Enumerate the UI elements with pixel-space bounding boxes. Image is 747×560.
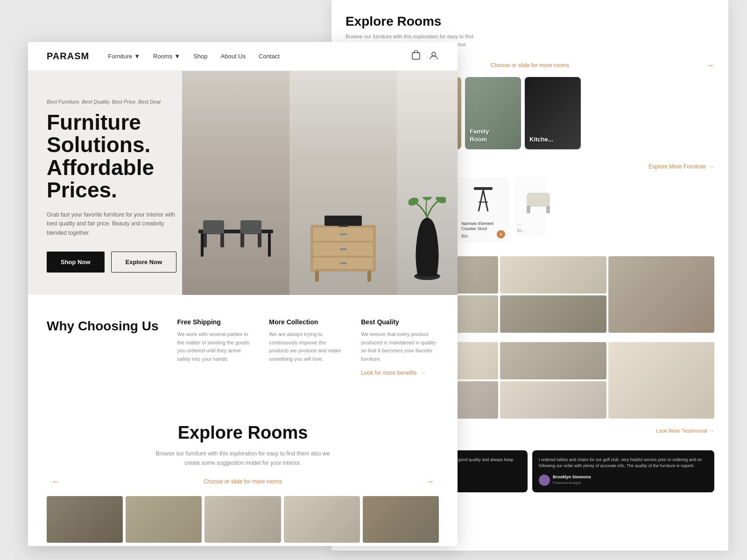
hero-description: Grab fast your favorite furniture for yo… xyxy=(47,210,177,238)
feature-title-0: Free Shipping xyxy=(177,318,255,326)
room-thumb-4[interactable] xyxy=(363,496,439,543)
mosaic-cell-8 xyxy=(608,342,714,419)
svg-rect-40 xyxy=(339,248,347,250)
bp-explore-title: Explore Rooms xyxy=(345,14,714,29)
look-more-arrow-icon: → xyxy=(421,370,426,376)
hero-image-dresser xyxy=(289,71,397,295)
explore-choose-text: Choose or slide for more rooms xyxy=(204,478,282,485)
room-thumb-1[interactable] xyxy=(126,496,202,543)
look-more-arrow-icon: → xyxy=(709,428,714,434)
svg-rect-42 xyxy=(315,271,319,282)
svg-point-48 xyxy=(435,197,446,205)
svg-rect-32 xyxy=(258,233,261,247)
reviewer-avatar-1 xyxy=(539,475,550,486)
look-more-text: Look More Testimonial xyxy=(656,428,707,434)
why-features: Free Shipping We work with several parti… xyxy=(177,318,439,376)
mosaic-cell-7 xyxy=(500,342,606,379)
svg-rect-24 xyxy=(412,53,420,59)
rooms-dropdown-icon: ▼ xyxy=(174,53,180,60)
bp-room-card-family[interactable]: FamilyRoom xyxy=(465,77,521,149)
explore-more-text: Explore More Furniture xyxy=(648,163,706,170)
feature-desc-0: We work with several parties in the matt… xyxy=(177,330,255,363)
feature-best-quality: Best Quality We ensure that every produc… xyxy=(361,318,439,376)
site-logo: PARASM xyxy=(47,51,89,62)
why-title: Why Choosing Us xyxy=(47,318,159,334)
room-thumb-3[interactable] xyxy=(284,496,360,543)
furniture-dropdown-icon: ▼ xyxy=(134,53,140,60)
svg-rect-17 xyxy=(474,187,493,190)
explore-rooms-title: Explore Rooms xyxy=(47,423,439,443)
feature-more-collection: More Collection We are always trying to … xyxy=(269,318,347,376)
nav-icons xyxy=(411,50,439,63)
svg-rect-41 xyxy=(339,262,347,264)
bp-reviewer-1: Brooklyn Simmons Financial Analyst xyxy=(539,474,708,486)
svg-rect-21 xyxy=(527,193,550,207)
feature-desc-2: We ensure that every product produced is… xyxy=(361,330,439,363)
mosaic-cell-5 xyxy=(500,295,606,333)
bp-look-more-link[interactable]: Look More Testimonial → xyxy=(656,428,714,434)
front-panel: PARASM Furniture ▼ Rooms ▼ Shop About Us… xyxy=(28,42,458,546)
product-img-stool xyxy=(462,181,504,218)
hero-text: Best Furniture. Best Quality. Best Price… xyxy=(28,71,229,295)
svg-rect-23 xyxy=(546,206,550,213)
room-thumbs-row xyxy=(47,496,439,543)
hero-image-vase xyxy=(397,71,458,295)
explore-rooms-section: Explore Rooms Browse our furniture with … xyxy=(28,399,458,546)
feature-desc-1: We are always trying to continuously imp… xyxy=(269,330,347,363)
svg-rect-22 xyxy=(527,206,530,213)
look-more-benefits-link[interactable]: Look for more benefits → xyxy=(361,370,439,376)
svg-rect-45 xyxy=(338,225,348,227)
nav-links: Furniture ▼ Rooms ▼ Shop About Us Contac… xyxy=(108,53,411,60)
feature-free-shipping: Free Shipping We work with several parti… xyxy=(177,318,255,376)
bp-testimonial-card-1: I ordered tables and chairs for our golf… xyxy=(532,450,714,493)
bp-room-label-kitchen: Kitche... xyxy=(529,136,553,144)
add-to-cart-btn-2[interactable]: + xyxy=(497,230,505,238)
svg-line-18 xyxy=(479,190,483,211)
hero-buttons: Shop Now Explore Now xyxy=(47,252,210,273)
hero-title: Furniture Solutions. Affordable Prices. xyxy=(47,111,210,201)
explore-rooms-subtitle: Browse our furniture with this explorati… xyxy=(149,449,336,467)
explore-more-arrow-icon: → xyxy=(709,163,714,170)
hero-tagline: Best Furniture. Best Quality. Best Price… xyxy=(47,99,210,105)
product-name-3: ... xyxy=(517,221,543,227)
reviewer-name-1: Brooklyn Simmons xyxy=(553,474,591,481)
bp-product-card-3[interactable]: ... $1... xyxy=(514,177,546,237)
shop-now-button[interactable]: Shop Now xyxy=(47,252,105,273)
nav-link-furniture[interactable]: Furniture ▼ xyxy=(108,53,140,60)
product-img-extra xyxy=(517,181,559,218)
room-thumb-2[interactable] xyxy=(204,496,281,543)
nav-link-rooms[interactable]: Rooms ▼ xyxy=(153,53,180,60)
mosaic-cell-2 xyxy=(500,256,606,294)
user-icon[interactable] xyxy=(429,50,439,63)
reviewer-role-1: Financial Analyst xyxy=(553,480,591,486)
nav-link-about[interactable]: About Us xyxy=(221,53,246,60)
mosaic-cell-10 xyxy=(500,381,606,419)
bp-room-card-kitchen[interactable]: Kitche... xyxy=(525,77,581,149)
svg-rect-43 xyxy=(367,271,371,282)
hero-section: Best Furniture. Best Quality. Best Price… xyxy=(28,71,458,295)
room-thumb-0[interactable] xyxy=(47,496,123,543)
why-choosing-us-section: Why Choosing Us Free Shipping We work wi… xyxy=(28,295,458,399)
svg-rect-34 xyxy=(268,233,271,257)
svg-rect-44 xyxy=(324,216,362,226)
explore-now-button[interactable]: Explore Now xyxy=(111,252,177,273)
testimonial-text-1: I ordered tables and chairs for our golf… xyxy=(539,457,708,469)
bp-next-arrow[interactable]: → xyxy=(706,61,714,70)
feature-title-2: Best Quality xyxy=(361,318,439,326)
cart-icon[interactable] xyxy=(411,50,421,63)
explore-rooms-nav: ← Choose or slide for more rooms → xyxy=(47,477,439,487)
svg-point-25 xyxy=(432,52,436,56)
product-price-3: $1... xyxy=(517,228,543,233)
nav-link-contact[interactable]: Contact xyxy=(259,53,280,60)
bp-choose-text: Choose or slide for more rooms xyxy=(491,62,569,69)
nav-link-shop[interactable]: Shop xyxy=(193,53,207,60)
svg-rect-39 xyxy=(339,233,347,235)
svg-line-19 xyxy=(483,190,488,211)
svg-point-49 xyxy=(423,197,432,200)
svg-rect-30 xyxy=(240,220,261,234)
feature-title-1: More Collection xyxy=(269,318,347,326)
explore-next-arrow[interactable]: → xyxy=(426,477,434,487)
bp-product-card-2[interactable]: Narrows Element Counter Stool $91 + xyxy=(458,177,509,242)
mosaic-cell-3 xyxy=(608,256,714,333)
explore-prev-arrow[interactable]: ← xyxy=(51,477,60,487)
